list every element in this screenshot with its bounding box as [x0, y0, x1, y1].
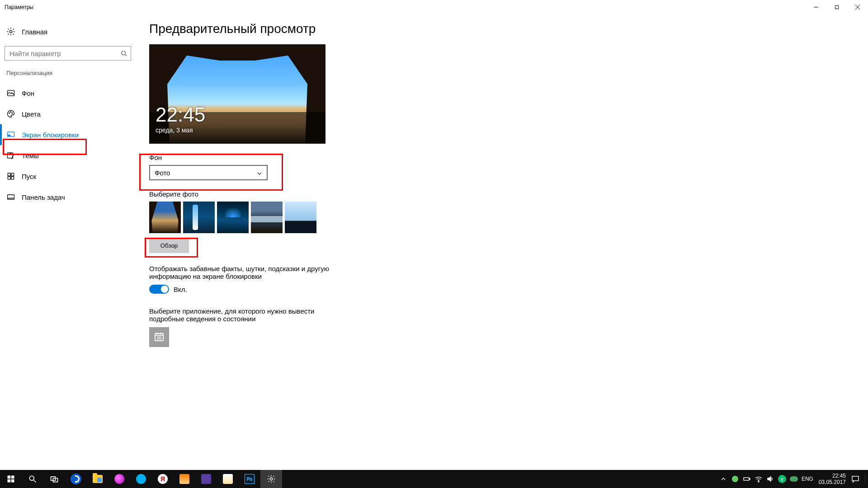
- fun-facts-toggle-row: Вкл.: [149, 285, 854, 294]
- svg-point-35: [732, 476, 738, 482]
- svg-rect-26: [8, 476, 11, 479]
- sidebar-item-colors[interactable]: Цвета: [0, 103, 136, 124]
- start-button[interactable]: [0, 470, 22, 488]
- preview-clock: 22:45 среда, 3 мая: [156, 105, 205, 134]
- sidebar-item-background[interactable]: Фон: [0, 83, 136, 103]
- search-icon: [121, 50, 127, 56]
- eset-icon: e: [778, 475, 786, 483]
- sidebar-item-label: Экран блокировки: [22, 131, 79, 139]
- svg-point-38: [758, 481, 759, 482]
- window-title: Параметры: [5, 4, 33, 10]
- detailed-status-app-tile[interactable]: [149, 327, 169, 347]
- tray-volume-icon[interactable]: [766, 475, 774, 483]
- browse-button-label: Обзор: [160, 242, 178, 249]
- svg-line-6: [125, 55, 127, 56]
- sidebar-item-label: Цвета: [22, 110, 41, 118]
- folder-icon: [93, 475, 103, 483]
- chevron-down-icon: [257, 170, 262, 175]
- calendar-icon: [154, 331, 165, 343]
- sidebar-item-label: Пуск: [22, 173, 36, 180]
- svg-rect-37: [749, 479, 750, 479]
- sidebar-item-themes[interactable]: Темы: [0, 145, 136, 166]
- sidebar-item-label: Панель задач: [22, 193, 65, 201]
- search-input[interactable]: [9, 49, 121, 58]
- photoshop-icon: Ps: [245, 474, 255, 484]
- skype-icon: [136, 474, 146, 484]
- sidebar-home-label: Главная: [22, 28, 47, 36]
- tray-action-center[interactable]: [851, 475, 859, 483]
- taskbar-app-skype[interactable]: [130, 470, 152, 488]
- svg-rect-14: [8, 173, 10, 176]
- preview-time-text: 22:45: [156, 105, 205, 125]
- palette-icon: [6, 109, 15, 118]
- taskbar-app-settings[interactable]: [260, 470, 282, 488]
- window-titlebar: Параметры: [0, 0, 868, 14]
- tray-chevron-up[interactable]: [719, 475, 727, 483]
- photo-thumb-1[interactable]: [149, 202, 181, 233]
- taskbar-app-edge[interactable]: [65, 470, 87, 488]
- taskbar-app-notepad[interactable]: [174, 470, 195, 488]
- image-icon: [6, 89, 15, 98]
- sidebar-section-title: Персонализация: [0, 70, 136, 83]
- svg-point-5: [122, 51, 126, 55]
- taskbar-app-explorer[interactable]: [87, 470, 108, 488]
- taskbar-search[interactable]: [22, 470, 43, 488]
- detailed-app-description: Выберите приложение, для которого нужно …: [149, 307, 330, 323]
- svg-rect-28: [8, 479, 11, 483]
- svg-rect-16: [8, 177, 10, 179]
- photo-thumb-5[interactable]: [285, 202, 316, 233]
- paint-icon: [223, 474, 233, 484]
- taskbar-app-save[interactable]: [195, 470, 217, 488]
- themes-icon: [6, 151, 15, 160]
- task-view-button[interactable]: [43, 470, 65, 488]
- sidebar-item-taskbar[interactable]: Панель задач: [0, 187, 136, 207]
- sidebar-home[interactable]: Главная: [0, 23, 136, 40]
- photo-thumb-3[interactable]: [217, 202, 249, 233]
- sidebar-item-lockscreen[interactable]: Экран блокировки: [0, 124, 136, 145]
- svg-point-9: [10, 112, 11, 113]
- svg-point-10: [12, 113, 13, 114]
- svg-point-8: [9, 113, 10, 114]
- taskbar-app-paint[interactable]: [217, 470, 239, 488]
- minimize-button[interactable]: [806, 0, 826, 14]
- taskbar-app-sniptool[interactable]: [108, 470, 130, 488]
- tray-onedrive-icon[interactable]: [790, 475, 798, 483]
- tray-language[interactable]: ENG: [802, 476, 813, 482]
- cloud-icon: [790, 476, 798, 482]
- sidebar-item-label: Фон: [22, 89, 34, 97]
- photo-thumb-2[interactable]: [183, 202, 215, 233]
- browse-button[interactable]: Обзор: [149, 238, 189, 253]
- tray-clock[interactable]: 22:45 03.05.2017: [817, 473, 848, 486]
- svg-rect-1: [835, 6, 839, 9]
- svg-point-4: [9, 30, 12, 33]
- background-label: Фон: [149, 154, 854, 161]
- search-input-container[interactable]: [5, 46, 131, 61]
- taskbar-app-photoshop[interactable]: Ps: [239, 470, 260, 488]
- candy-icon: [114, 474, 124, 484]
- maximize-button[interactable]: [826, 0, 847, 14]
- preview-date-text: среда, 3 мая: [156, 127, 205, 134]
- settings-sidebar: Главная Персонализация Фон Цвета Экран б…: [0, 14, 136, 470]
- disk-icon: [201, 474, 211, 484]
- close-button[interactable]: [847, 0, 868, 14]
- page-title: Предварительный просмотр: [149, 22, 854, 36]
- dropdown-value: Фото: [155, 169, 170, 177]
- svg-rect-27: [11, 476, 14, 479]
- start-icon: [6, 172, 15, 181]
- show-desktop-button[interactable]: [865, 474, 865, 484]
- tray-wifi-icon[interactable]: [755, 475, 763, 483]
- fun-facts-description: Отображать забавные факты, шутки, подска…: [149, 265, 330, 280]
- taskbar-icon: [6, 192, 15, 202]
- tray-app-icon[interactable]: e: [778, 475, 786, 483]
- sidebar-item-start[interactable]: Пуск: [0, 166, 136, 187]
- photo-thumb-4[interactable]: [251, 202, 283, 233]
- notepad-icon: [179, 474, 189, 484]
- fun-facts-toggle[interactable]: [149, 285, 169, 294]
- svg-rect-15: [11, 173, 14, 176]
- tray-battery-icon[interactable]: [743, 475, 751, 483]
- background-dropdown[interactable]: Фото: [149, 165, 268, 180]
- taskbar-app-yandex[interactable]: Я: [152, 470, 174, 488]
- window-controls: [806, 0, 868, 14]
- tray-security-icon[interactable]: [731, 475, 739, 483]
- svg-line-31: [34, 480, 36, 483]
